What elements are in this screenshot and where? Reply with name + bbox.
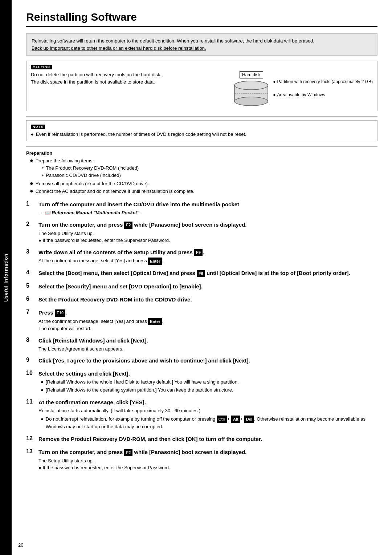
disk-label: Hard disk <box>240 71 263 78</box>
step-12-main: Remove the Product Recovery DVD-ROM, and… <box>38 435 377 443</box>
enter-key-3: Enter <box>148 258 162 265</box>
prep-bullet-3: ● <box>30 188 33 194</box>
step-7-content: Press F10. At the confirmation message, … <box>38 309 377 332</box>
step-num-2: 2 <box>26 221 33 227</box>
step-13-content: Turn on the computer, and press F2 while… <box>38 448 377 471</box>
intro-line2: Back up important data to other media or… <box>32 45 372 52</box>
step-13: 13 Turn on the computer, and press F2 wh… <box>26 448 377 471</box>
step-12-content: Remove the Product Recovery DVD-ROM, and… <box>38 435 377 444</box>
preparation-section: Preparation ● Prepare the following item… <box>26 150 377 195</box>
step-10-subs: ● [Reinstall Windows to the whole Hard D… <box>38 378 377 393</box>
step-11-subs: ● Do not interrupt reinstallation, for e… <box>38 416 377 430</box>
ctrl-key: Ctrl <box>217 416 227 423</box>
prep-list: ● Prepare the following items: •The Prod… <box>26 158 377 195</box>
step-11-sub1: ● Do not interrupt reinstallation, for e… <box>41 416 377 430</box>
main-content: Reinstalling Software Reinstalling softw… <box>12 0 392 555</box>
divider2 <box>26 146 377 147</box>
step-10-main: Select the settings and click [Next]. <box>38 370 377 377</box>
step-11-main: At the confirmation message, click [YES]… <box>38 398 377 406</box>
step-num-9: 9 <box>26 357 33 363</box>
caution-label: CAUTION <box>31 65 52 69</box>
step-5-content: Select the [Security] menu and set [DVD … <box>38 283 377 291</box>
step-num-12: 12 <box>26 435 33 442</box>
step-8-main: Click [Reinstall Windows] and click [Nex… <box>38 337 377 344</box>
note-label: NOTE <box>31 125 45 129</box>
f6-key: F6 <box>197 270 205 277</box>
step-7-sub1: At the confirmation message, select [Yes… <box>38 318 377 325</box>
prep-item-3: ● Connect the AC adaptor and do not remo… <box>30 188 377 195</box>
prep-item-2: ● Remove all peripherals (except for the… <box>30 181 377 187</box>
step-10-content: Select the settings and click [Next]. ● … <box>38 370 377 394</box>
step-1: 1 Turn off the computer and insert the C… <box>26 200 377 216</box>
prep-sub-2: •Panasonic CD/DVD drive (included) <box>42 172 139 179</box>
step-num-5: 5 <box>26 283 33 289</box>
enter-key-7: Enter <box>148 318 162 325</box>
disk-visual: Hard disk <box>233 71 373 106</box>
svg-point-3 <box>234 81 268 90</box>
del-key: Del <box>244 416 254 423</box>
note-section: NOTE ● Even if reinstallation is perform… <box>26 120 377 141</box>
prep-item-1-text: Prepare the following items: <box>36 158 94 163</box>
step-2: 2 Turn on the computer, and press F2 whi… <box>26 221 377 244</box>
step-5-main: Select the [Security] menu and set [DVD … <box>38 283 377 290</box>
f9-key: F9 <box>194 249 203 256</box>
step-12: 12 Remove the Product Recovery DVD-ROM, … <box>26 435 377 444</box>
prep-bullet-2: ● <box>30 181 33 186</box>
prep-sub-list: •The Product Recovery DVD-ROM (included)… <box>36 165 139 179</box>
side-tab-label: Useful Information <box>3 254 9 302</box>
page-title: Reinstalling Software <box>26 11 377 27</box>
caution-section: CAUTION Do not delete the partition with… <box>26 61 377 111</box>
step-6-main: Set the Product Recovery DVD-ROM into th… <box>38 296 377 303</box>
step-13-sub2: ● If the password is requested, enter th… <box>38 464 377 471</box>
side-tab: Useful Information <box>0 0 12 555</box>
step-4: 4 Select the [Boot] menu, then select [O… <box>26 269 377 278</box>
step-num-13: 13 <box>26 448 33 455</box>
step-8-sub: The License Agreement screen appears. <box>38 345 377 353</box>
step-1-content: Turn off the computer and insert the CD/… <box>38 200 377 216</box>
step-num-8: 8 <box>26 337 33 343</box>
step-5: 5 Select the [Security] menu and set [DV… <box>26 283 377 291</box>
step-2-main: Turn on the computer, and press F2 while… <box>38 221 377 229</box>
page-number: 20 <box>18 542 23 548</box>
step-3-main: Write down all of the contents of the Se… <box>38 248 377 256</box>
disk-annotations: ● Partition with recovery tools (approxi… <box>273 78 373 100</box>
step-2-sub2: ● If the password is requested, enter th… <box>38 237 377 244</box>
step-13-sub1: The Setup Utility starts up. <box>38 457 377 465</box>
step-3: 3 Write down all of the contents of the … <box>26 248 377 265</box>
hard-disk-diagram: Hard disk <box>233 71 373 108</box>
prep-item-3-text: Connect the AC adaptor and do not remove… <box>36 188 195 195</box>
prep-sub-1: •The Product Recovery DVD-ROM (included) <box>42 165 139 171</box>
step-10-sub1: ● [Reinstall Windows to the whole Hard D… <box>41 378 377 386</box>
annotation2: Area usable by Windows <box>277 91 325 99</box>
step-2-sub1: The Setup Utility starts up. <box>38 230 377 237</box>
step-11-content: At the confirmation message, click [YES]… <box>38 398 377 431</box>
note-bullet-icon: ● <box>31 131 34 138</box>
annotation2-line: ● Area usable by Windows <box>273 91 373 99</box>
step-8-content: Click [Reinstall Windows] and click [Nex… <box>38 337 377 353</box>
step-3-sub: At the confirmation message, select [Yes… <box>38 257 377 265</box>
step-11-sub: Reinstallation starts automatically. (It… <box>38 407 377 414</box>
note-content: Even if reinstallation is performed, the… <box>36 131 246 138</box>
step-9-main: Click [Yes, I agree to the provisions ab… <box>38 357 377 364</box>
disk-cylinder-svg <box>233 80 269 106</box>
note-text: ● Even if reinstallation is performed, t… <box>31 131 373 138</box>
divider1 <box>26 116 377 117</box>
intro-box: Reinstalling software will return the co… <box>26 33 377 56</box>
step-6-content: Set the Product Recovery DVD-ROM into th… <box>38 296 377 304</box>
step-8: 8 Click [Reinstall Windows] and click [N… <box>26 337 377 353</box>
annotation1: Partition with recovery tools (approxima… <box>277 78 373 86</box>
step-4-main: Select the [Boot] menu, then select [Opt… <box>38 269 377 277</box>
caution-text: Do not delete the partition with recover… <box>31 71 226 85</box>
step-1-main: Turn off the computer and insert the CD/… <box>38 200 377 208</box>
prep-item-2-text: Remove all peripherals (except for the C… <box>36 181 149 187</box>
step-1-sub: → 📖 Reference Manual "Multimedia Pocket"… <box>38 209 377 216</box>
step-10: 10 Select the settings and click [Next].… <box>26 370 377 394</box>
f2-key-13: F2 <box>124 449 132 456</box>
step-7: 7 Press F10. At the confirmation message… <box>26 309 377 332</box>
step-6: 6 Set the Product Recovery DVD-ROM into … <box>26 296 377 304</box>
caution-line2: The disk space in the partition is not a… <box>31 78 226 86</box>
intro-line1: Reinstalling software will return the co… <box>32 37 372 45</box>
step-13-main: Turn on the computer, and press F2 while… <box>38 448 377 456</box>
step-num-1: 1 <box>26 200 33 207</box>
prep-item-1: ● Prepare the following items: •The Prod… <box>30 158 377 180</box>
